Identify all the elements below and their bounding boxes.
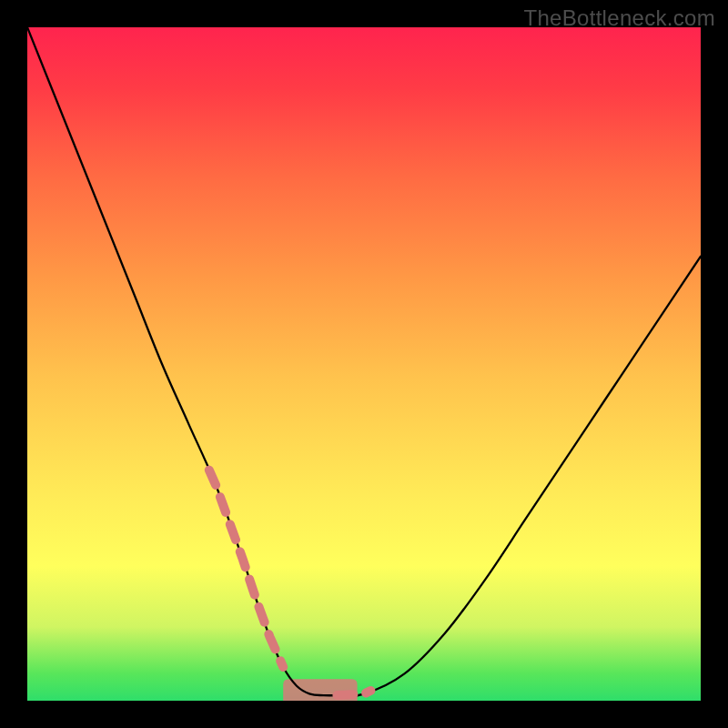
watermark-label: TheBottleneck.com [523,5,715,31]
curve-line [27,27,701,701]
plot-area [27,27,701,701]
chart-frame: TheBottleneck.com [0,0,728,728]
